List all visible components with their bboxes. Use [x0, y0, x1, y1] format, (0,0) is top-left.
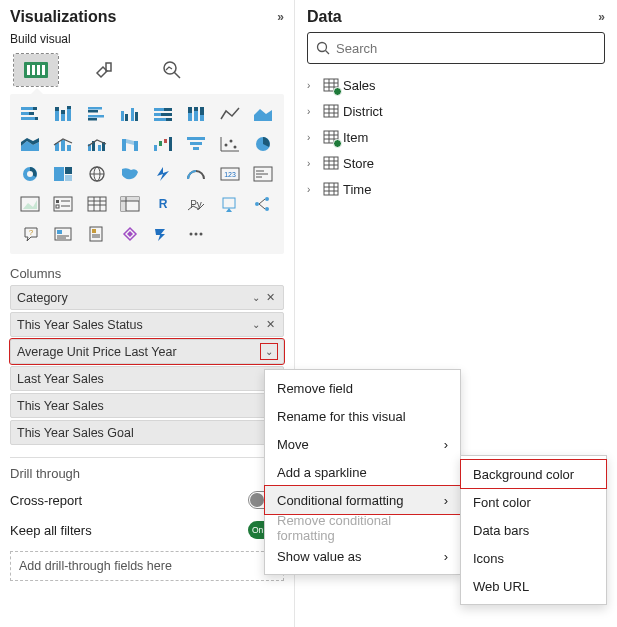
menu-show-value-as[interactable]: Show value as› [265, 542, 460, 570]
svg-text:?: ? [29, 228, 34, 237]
svg-rect-37 [194, 111, 198, 121]
menu-add-sparkline[interactable]: Add a sparkline [265, 458, 460, 486]
svg-rect-53 [154, 145, 157, 151]
svg-rect-26 [131, 108, 134, 121]
svg-rect-51 [134, 141, 138, 151]
viz-key-influencers[interactable] [216, 192, 244, 216]
svg-marker-116 [127, 231, 133, 237]
viz-multirow-card[interactable] [249, 162, 277, 186]
svg-rect-56 [169, 137, 172, 151]
chevron-down-icon[interactable]: ⌄ [248, 292, 264, 303]
drill-through-drop[interactable]: Add drill-through fields here [10, 551, 284, 581]
svg-rect-15 [55, 107, 59, 111]
collapse-data-icon[interactable]: » [598, 10, 605, 24]
viz-line[interactable] [216, 102, 244, 126]
field-average-unit-price[interactable]: Average Unit Price Last Year⌄ [10, 339, 284, 364]
tab-analytics[interactable] [150, 54, 194, 86]
viz-area[interactable] [249, 102, 277, 126]
field-this-year-sales[interactable]: This Year Sales⌄ [10, 393, 284, 418]
submenu-data-bars[interactable]: Data bars [461, 516, 606, 544]
menu-conditional-formatting[interactable]: Conditional formatting› [265, 486, 460, 514]
viz-scatter[interactable] [216, 132, 244, 156]
svg-line-122 [326, 51, 330, 55]
field-this-year-sales-goal[interactable]: This Year Sales Goal⌄ [10, 420, 284, 445]
field-category[interactable]: Category⌄✕ [10, 285, 284, 310]
svg-marker-52 [126, 139, 134, 145]
viz-r[interactable]: R [149, 192, 177, 216]
table-sales[interactable]: ›Sales [307, 72, 605, 98]
remove-field-icon[interactable]: ✕ [264, 291, 277, 304]
menu-remove-field[interactable]: Remove field [265, 374, 460, 402]
menu-rename[interactable]: Rename for this visual [265, 402, 460, 430]
svg-point-64 [233, 146, 236, 149]
viz-paginated[interactable] [83, 222, 111, 246]
viz-more-icon[interactable] [182, 222, 210, 246]
table-icon [323, 155, 339, 171]
viz-clustered-column[interactable] [116, 102, 144, 126]
submenu-icons[interactable]: Icons [461, 544, 606, 572]
svg-rect-55 [164, 139, 167, 143]
viz-treemap[interactable] [49, 162, 77, 186]
viz-stacked-column[interactable] [49, 102, 77, 126]
submenu-font-color[interactable]: Font color [461, 488, 606, 516]
build-visual-label: Build visual [10, 32, 284, 46]
menu-move[interactable]: Move› [265, 430, 460, 458]
viz-smart-narrative[interactable] [49, 222, 77, 246]
svg-rect-1 [27, 65, 30, 75]
chevron-right-icon: › [307, 158, 319, 169]
table-item[interactable]: ›Item [307, 124, 605, 150]
viz-100-stacked-bar[interactable] [149, 102, 177, 126]
visualization-gallery: 123 R Py ? [10, 94, 284, 254]
svg-rect-20 [88, 107, 102, 110]
svg-marker-40 [254, 109, 272, 121]
viz-gauge[interactable] [182, 162, 210, 186]
viz-waterfall[interactable] [149, 132, 177, 156]
viz-funnel[interactable] [182, 132, 210, 156]
chevron-down-icon[interactable]: ⌄ [261, 344, 277, 359]
viz-card[interactable]: 123 [216, 162, 244, 186]
viz-clustered-bar[interactable] [83, 102, 111, 126]
collapse-visualizations-icon[interactable]: » [277, 10, 284, 24]
viz-pie[interactable] [249, 132, 277, 156]
chevron-down-icon[interactable]: ⌄ [248, 319, 264, 330]
viz-kpi[interactable] [16, 192, 44, 216]
svg-line-105 [259, 204, 265, 209]
viz-table[interactable] [83, 192, 111, 216]
tab-build[interactable] [14, 54, 58, 86]
viz-qna[interactable]: ? [16, 222, 44, 246]
viz-powerapps[interactable] [116, 222, 144, 246]
svg-rect-35 [188, 113, 192, 121]
viz-map[interactable] [83, 162, 111, 186]
table-time[interactable]: ›Time [307, 176, 605, 202]
viz-100-stacked-column[interactable] [182, 102, 210, 126]
viz-matrix[interactable] [116, 192, 144, 216]
field-last-year-sales[interactable]: Last Year Sales⌄ [10, 366, 284, 391]
remove-field-icon[interactable]: ✕ [264, 318, 277, 331]
table-district[interactable]: ›District [307, 98, 605, 124]
field-this-year-sales-status[interactable]: This Year Sales Status⌄✕ [10, 312, 284, 337]
viz-line-clustered-column[interactable] [83, 132, 111, 156]
viz-stacked-area[interactable] [16, 132, 44, 156]
viz-slicer[interactable] [49, 192, 77, 216]
viz-filled-map[interactable] [116, 162, 144, 186]
viz-donut[interactable] [16, 162, 44, 186]
svg-rect-24 [121, 111, 124, 121]
svg-rect-54 [159, 141, 162, 146]
svg-rect-12 [21, 117, 35, 120]
viz-decomposition[interactable] [249, 192, 277, 216]
submenu-web-url[interactable]: Web URL [461, 572, 606, 600]
build-tabs [10, 52, 284, 88]
submenu-background-color[interactable]: Background color [461, 460, 606, 488]
tab-format[interactable] [82, 54, 126, 86]
search-box[interactable] [307, 32, 605, 64]
viz-line-stacked-column[interactable] [49, 132, 77, 156]
viz-azure-map[interactable] [149, 162, 177, 186]
viz-ribbon[interactable] [116, 132, 144, 156]
search-input[interactable] [336, 41, 596, 56]
chevron-right-icon: › [444, 493, 448, 508]
table-store[interactable]: ›Store [307, 150, 605, 176]
svg-rect-29 [164, 108, 172, 111]
viz-powerautomate[interactable] [149, 222, 177, 246]
viz-python[interactable]: Py [182, 192, 210, 216]
viz-stacked-bar[interactable] [16, 102, 44, 126]
